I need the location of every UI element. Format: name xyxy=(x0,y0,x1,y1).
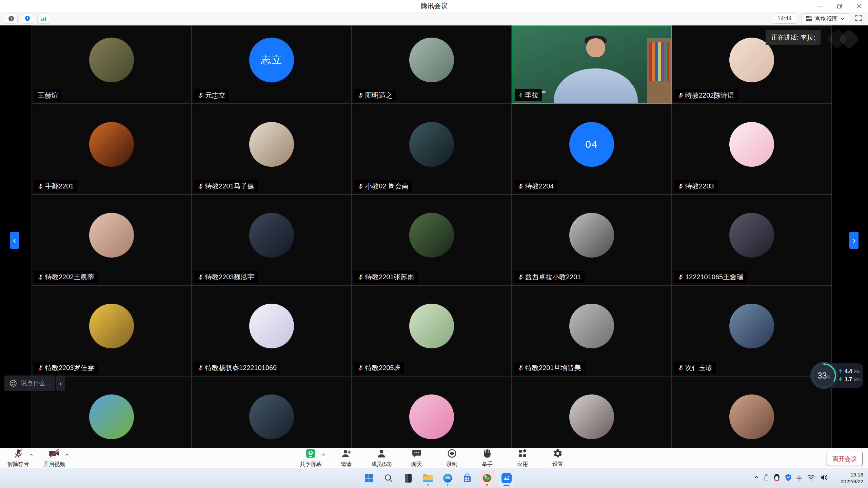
avatar xyxy=(569,304,614,348)
toolbar-item-cam-off[interactable]: 开启视频 xyxy=(43,448,65,468)
participant-name-label: 特教2202陈诗语 xyxy=(674,89,738,101)
security-app-icon[interactable] xyxy=(785,474,792,483)
participant-tile[interactable]: 益西卓拉小教2201 xyxy=(512,195,672,285)
participant-tile[interactable]: 手翻2201 xyxy=(32,104,192,195)
avatar xyxy=(569,213,614,258)
toolbar-item-members[interactable]: 成员(53) xyxy=(371,448,392,468)
participant-tile[interactable]: 特教2203罗佳雯 xyxy=(32,285,192,376)
participant-name-label: 特教2203罗佳雯 xyxy=(34,362,98,374)
window-title: 腾讯会议 xyxy=(420,1,448,11)
topbar-left-buttons xyxy=(0,14,50,24)
toolbar-item-hand[interactable]: 举手 xyxy=(477,448,498,468)
chevron-up-icon[interactable] xyxy=(65,451,69,458)
participant-tile[interactable]: 1222101065王鑫瑞 xyxy=(672,195,832,285)
close-icon[interactable] xyxy=(856,3,863,9)
toolbar-item-chat[interactable]: 聊天 xyxy=(406,448,427,468)
chevron-down-icon xyxy=(841,17,845,20)
usb-device-icon[interactable] xyxy=(764,474,769,483)
participant-name: 特教2204 xyxy=(525,182,554,191)
participant-name-label: 特教2205班 xyxy=(354,362,404,374)
participant-tile[interactable]: 王赫煊 xyxy=(32,25,192,104)
participant-name-label: 特教2203魏泓宇 xyxy=(194,271,258,283)
wifi-icon[interactable] xyxy=(807,474,815,482)
emoji-icon[interactable] xyxy=(9,379,17,387)
participant-tile[interactable] xyxy=(512,376,672,448)
security-shield-icon[interactable] xyxy=(21,14,34,24)
participant-tile[interactable]: 特教2205班 xyxy=(352,285,512,376)
next-page-arrow[interactable]: › xyxy=(849,232,859,249)
participant-name: 1222101065王鑫瑞 xyxy=(685,272,743,282)
toolbar-item-invite[interactable]: 邀请 xyxy=(336,448,357,468)
layout-view-button[interactable]: 宫格视图 xyxy=(802,13,849,24)
network-stats-widget[interactable]: 4.4 K/s 1.7 M/s 33% xyxy=(810,362,865,389)
prev-page-arrow[interactable]: ‹ xyxy=(10,232,19,249)
chevron-up-icon[interactable] xyxy=(29,451,33,458)
toolbar-item-share[interactable]: 共享屏幕 xyxy=(300,448,321,468)
qq-icon[interactable] xyxy=(773,474,780,483)
chat-input[interactable]: 说点什么... xyxy=(4,375,55,391)
meeting-bottom-toolbar: 解除静音开启视频 共享屏幕邀请成员(53)聊天录制举手应用设置 离开会议 xyxy=(0,448,868,468)
ime-indicator[interactable]: 中 xyxy=(796,474,802,482)
grid-view-icon xyxy=(806,16,812,22)
participant-name: 特教2201旦增晋美 xyxy=(525,363,581,372)
network-signal-icon[interactable] xyxy=(37,14,50,24)
taskbar-icon-photos-app[interactable] xyxy=(479,470,494,486)
avatar xyxy=(409,394,454,439)
speaker-body xyxy=(554,68,638,103)
running-indicator xyxy=(486,484,488,486)
participant-tile[interactable] xyxy=(672,376,832,448)
participant-tile[interactable] xyxy=(192,376,352,448)
toolbar-item-mic-off[interactable]: 解除静音 xyxy=(7,448,29,468)
toolbar-item-record[interactable]: 录制 xyxy=(441,448,462,468)
taskbar-icon-dark-app[interactable] xyxy=(401,470,416,486)
tray-expand-icon[interactable] xyxy=(754,475,759,482)
toolbar-item-label: 邀请 xyxy=(341,461,352,468)
participant-tile[interactable]: 特教2201马子健 xyxy=(192,104,352,195)
participant-tile[interactable]: 04特教2204 xyxy=(512,104,672,195)
taskbar-icon-windows[interactable] xyxy=(361,470,376,486)
participant-tile[interactable]: 特教2203魏泓宇 xyxy=(192,195,352,285)
volume-icon[interactable] xyxy=(820,474,828,482)
participant-tile[interactable]: 次仁玉珍 xyxy=(672,285,832,376)
layout-view-label: 宫格视图 xyxy=(815,15,838,23)
toolbar-item-apps[interactable]: 应用 xyxy=(512,448,533,468)
participant-tile[interactable]: 小教02 周会南 xyxy=(352,104,512,195)
speaking-indicator: 正在讲话: 李拉; xyxy=(766,30,821,45)
avatar xyxy=(89,304,134,348)
avatar xyxy=(249,213,294,258)
meeting-watermark-logo xyxy=(824,26,865,53)
participant-tile[interactable]: 志立元志立 xyxy=(192,25,352,104)
meeting-info-button[interactable] xyxy=(5,14,18,24)
mic-muted-icon xyxy=(518,364,524,372)
participant-tile[interactable] xyxy=(352,376,512,448)
participant-tile[interactable]: 特教杨骐睿1222101069 xyxy=(192,285,352,376)
participant-tile[interactable]: 李拉 xyxy=(512,25,672,104)
restore-button[interactable] xyxy=(836,3,843,9)
leave-meeting-button[interactable]: 离开会议 xyxy=(827,452,863,466)
toolbar-item-label: 应用 xyxy=(517,461,528,468)
participant-tile[interactable]: 特教2201张苏雨 xyxy=(352,195,512,285)
fullscreen-button[interactable] xyxy=(854,14,863,23)
chevron-up-icon[interactable] xyxy=(321,451,326,458)
active-indicator xyxy=(504,485,510,486)
taskbar-icon-edge[interactable] xyxy=(440,470,455,486)
minimize-button[interactable] xyxy=(816,3,823,9)
toolbar-item-label: 共享屏幕 xyxy=(300,461,321,468)
participant-tile[interactable]: 阳明适之 xyxy=(352,25,512,104)
participant-name-label: 手翻2201 xyxy=(34,180,77,192)
window-controls xyxy=(816,0,863,12)
taskbar-icon-store[interactable] xyxy=(460,470,475,486)
taskbar-icon-explorer[interactable] xyxy=(420,470,435,486)
taskbar-clock[interactable]: 19:18 2022/9/22 xyxy=(841,468,863,488)
participant-name: 手翻2201 xyxy=(45,182,74,191)
taskbar-icon-tencent-meeting[interactable] xyxy=(499,470,514,486)
mic-off-icon xyxy=(13,448,23,460)
participant-tile[interactable]: 特教2201旦增晋美 xyxy=(512,285,672,376)
taskbar-icon-search[interactable] xyxy=(381,470,396,486)
participant-tile[interactable]: 特教2203 xyxy=(672,104,832,195)
toolbar-item-gear[interactable]: 设置 xyxy=(547,448,568,468)
chat-collapse-button[interactable]: ‹ xyxy=(56,375,65,391)
mic-muted-icon xyxy=(358,364,363,372)
mic-muted-icon xyxy=(678,92,684,99)
participant-tile[interactable]: 特教2202王凯蒂 xyxy=(32,195,192,285)
